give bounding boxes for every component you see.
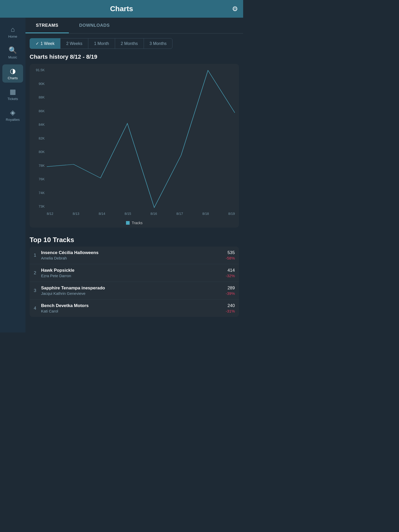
legend-dot <box>126 221 130 225</box>
track-info: Hawk Popsickle Ezra Pete Darron <box>41 268 226 278</box>
tab-bar: STREAMSDOWNLOADS <box>25 18 243 34</box>
page-title: Charts <box>110 5 133 13</box>
y-label: 88K <box>39 95 45 99</box>
track-artist: Ezra Pete Darron <box>41 274 226 278</box>
track-info: Sapphire Tenampa inesperado Jacqui Kathr… <box>41 285 226 296</box>
sidebar: ⌂ Home 🔍 Music ◑ Charts ▦ Tickets ◈ Roya… <box>0 18 25 332</box>
track-name: Bench Devetka Motors <box>41 303 226 308</box>
y-label: 82K <box>39 136 45 140</box>
track-stats: 535 -58% <box>226 250 235 260</box>
track-change: -32% <box>226 274 235 278</box>
track-name: Insence Cécilia Halloweens <box>41 250 226 255</box>
track-stats: 289 -39% <box>226 285 235 296</box>
sidebar-item-home[interactable]: ⌂ Home <box>2 23 23 41</box>
top10-section: Top 10 Tracks 1 Insence Cécilia Hallowee… <box>25 232 243 317</box>
chart-title: Charts history 8/12 - 8/19 <box>30 54 239 60</box>
x-label: 8/15 <box>124 212 131 216</box>
chart-container: 91.5K90K88K86K84K82K80K78K76K74K73K 8/12… <box>30 64 239 228</box>
track-rank: 3 <box>34 288 41 293</box>
y-label: 90K <box>39 82 45 86</box>
y-label: 91.5K <box>36 68 45 72</box>
track-info: Insence Cécilia Halloweens Amelia Debrah <box>41 250 226 260</box>
track-count: 535 <box>226 250 235 255</box>
tickets-icon: ▦ <box>10 88 16 96</box>
track-change: -58% <box>226 256 235 260</box>
period-btn-1week[interactable]: ✓1 Week <box>30 38 60 49</box>
x-label: 8/18 <box>202 212 209 216</box>
track-rank: 1 <box>34 253 41 258</box>
x-label: 8/17 <box>176 212 183 216</box>
sidebar-item-charts[interactable]: ◑ Charts <box>2 64 23 83</box>
body-layout: ⌂ Home 🔍 Music ◑ Charts ▦ Tickets ◈ Roya… <box>0 18 243 332</box>
royalties-icon: ◈ <box>10 109 15 117</box>
settings-icon[interactable]: ⚙ <box>232 5 238 13</box>
track-change: -31% <box>226 309 235 313</box>
period-filter: ✓1 Week2 Weeks1 Month2 Months3 Months <box>25 34 243 54</box>
track-rank: 4 <box>34 306 41 311</box>
x-label: 8/13 <box>73 212 79 216</box>
track-artist: Jacqui Kathrin Genevieve <box>41 291 226 296</box>
charts-icon: ◑ <box>10 67 16 75</box>
track-name: Sapphire Tenampa inesperado <box>41 285 226 291</box>
track-count: 240 <box>226 303 235 308</box>
sidebar-label-tickets: Tickets <box>8 97 18 101</box>
y-label: 78K <box>39 164 45 168</box>
home-icon: ⌂ <box>11 25 15 34</box>
track-item[interactable]: 2 Hawk Popsickle Ezra Pete Darron 414 -3… <box>30 264 239 282</box>
track-item[interactable]: 1 Insence Cécilia Halloweens Amelia Debr… <box>30 247 239 264</box>
x-label: 8/14 <box>99 212 105 216</box>
legend-label: Tracks <box>132 221 142 225</box>
chart-legend: Tracks <box>34 219 235 225</box>
track-name: Hawk Popsickle <box>41 268 226 273</box>
track-list: 1 Insence Cécilia Halloweens Amelia Debr… <box>30 247 239 317</box>
tab-downloads[interactable]: DOWNLOADS <box>69 18 120 33</box>
tab-streams[interactable]: STREAMS <box>25 18 69 33</box>
music-icon: 🔍 <box>9 46 17 54</box>
y-label: 73K <box>39 204 45 208</box>
chart-section: Charts history 8/12 - 8/19 91.5K90K88K86… <box>25 54 243 232</box>
period-btn-3months[interactable]: 3 Months <box>144 38 173 49</box>
track-artist: Amelia Debrah <box>41 256 226 260</box>
main-content: STREAMSDOWNLOADS ✓1 Week2 Weeks1 Month2 … <box>25 18 243 332</box>
chart-x-axis: 8/128/138/148/158/168/178/188/19 <box>47 212 235 216</box>
x-label: 8/12 <box>47 212 53 216</box>
chart-y-axis: 91.5K90K88K86K84K82K80K78K76K74K73K <box>34 68 47 208</box>
chart-svg-area <box>47 68 235 208</box>
app-header: Charts ⚙ <box>0 0 243 18</box>
y-label: 86K <box>39 109 45 113</box>
sidebar-item-tickets[interactable]: ▦ Tickets <box>2 85 23 103</box>
sidebar-label-royalties: Royalties <box>6 118 19 122</box>
track-rank: 2 <box>34 270 41 276</box>
track-stats: 240 -31% <box>226 303 235 313</box>
track-count: 289 <box>226 285 235 291</box>
track-stats: 414 -32% <box>226 268 235 278</box>
sidebar-item-music[interactable]: 🔍 Music <box>2 44 23 62</box>
sidebar-item-royalties[interactable]: ◈ Royalties <box>2 106 23 124</box>
x-label: 8/16 <box>150 212 157 216</box>
period-btn-2weeks[interactable]: 2 Weeks <box>60 38 88 49</box>
x-label: 8/19 <box>228 212 235 216</box>
period-btn-1month[interactable]: 1 Month <box>88 38 115 49</box>
sidebar-label-home: Home <box>8 35 17 38</box>
period-btn-2months[interactable]: 2 Months <box>115 38 144 49</box>
chart-area: 91.5K90K88K86K84K82K80K78K76K74K73K 8/12… <box>34 68 235 219</box>
y-label: 80K <box>39 150 45 154</box>
track-count: 414 <box>226 268 235 273</box>
sidebar-label-charts: Charts <box>8 76 18 80</box>
y-label: 76K <box>39 177 45 181</box>
track-change: -39% <box>226 291 235 296</box>
track-item[interactable]: 4 Bench Devetka Motors Kati Carol 240 -3… <box>30 300 239 317</box>
y-label: 84K <box>39 123 45 127</box>
top10-title: Top 10 Tracks <box>30 236 239 244</box>
track-info: Bench Devetka Motors Kati Carol <box>41 303 226 313</box>
track-item[interactable]: 3 Sapphire Tenampa inesperado Jacqui Kat… <box>30 282 239 300</box>
y-label: 74K <box>39 191 45 195</box>
track-artist: Kati Carol <box>41 309 226 313</box>
sidebar-label-music: Music <box>8 55 17 59</box>
